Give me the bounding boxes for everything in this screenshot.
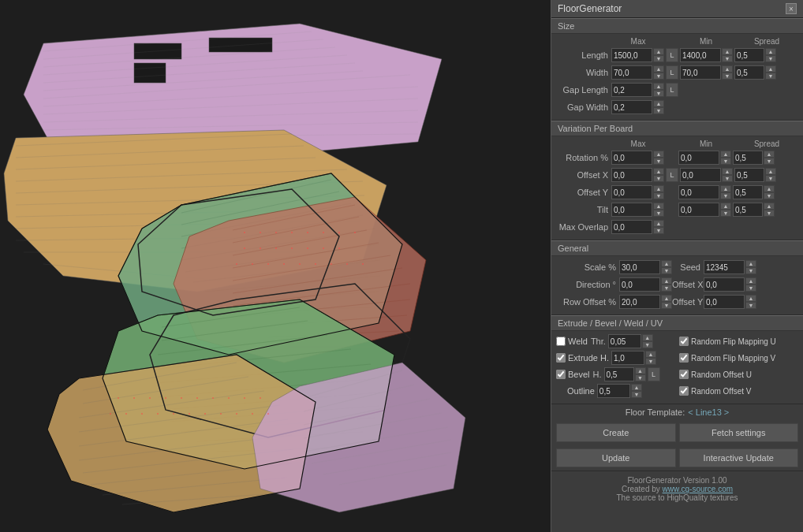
variation-rotation-max[interactable] <box>611 151 652 165</box>
size-width-spread-input[interactable] <box>734 65 764 80</box>
general-row-offset-input[interactable] <box>619 295 660 309</box>
panel-scroll[interactable]: Size Max Min Spread Length ▲▼ <box>551 18 803 532</box>
svg-point-125 <box>141 413 143 415</box>
random-offset-u-checkbox[interactable] <box>679 370 689 379</box>
svg-point-124 <box>125 413 127 415</box>
svg-point-91 <box>275 232 277 233</box>
extrude-label: Extrude H. <box>568 353 609 363</box>
size-gap-length-up[interactable]: ▲ <box>653 83 664 90</box>
svg-point-102 <box>323 247 324 249</box>
variation-tilt-min[interactable] <box>678 203 719 217</box>
svg-point-132 <box>252 413 253 415</box>
size-width-spread-up[interactable]: ▲ <box>765 65 776 73</box>
general-direction-input[interactable] <box>619 277 660 292</box>
size-length-spread-down[interactable]: ▼ <box>765 55 776 62</box>
size-length-row: Length ▲▼ L ▲▼ ▲▼ <box>556 47 798 63</box>
extrude-checkbox[interactable] <box>556 353 566 363</box>
size-width-label: Width <box>556 68 611 77</box>
outline-val-input[interactable] <box>597 384 630 398</box>
svg-point-131 <box>236 413 237 415</box>
variation-rotation-spread[interactable] <box>733 151 763 165</box>
svg-point-95 <box>338 232 340 233</box>
size-gap-length-down[interactable]: ▼ <box>653 90 664 97</box>
svg-point-127 <box>173 413 174 415</box>
svg-rect-4 <box>134 63 166 83</box>
size-gap-lock[interactable]: L <box>666 83 678 97</box>
fetch-settings-button[interactable]: Fetch settings <box>679 423 799 442</box>
svg-point-106 <box>267 263 269 265</box>
general-section: General Scale % ▲▼ Seed ▲▼ Direction ° ▲… <box>551 240 803 315</box>
size-gap-length-input[interactable] <box>611 83 652 97</box>
size-width-spread-down[interactable]: ▼ <box>765 73 776 80</box>
size-width-min-down[interactable]: ▼ <box>722 73 733 80</box>
svg-point-111 <box>346 263 348 265</box>
size-length-max-down[interactable]: ▼ <box>653 55 664 62</box>
extrude-val-input[interactable] <box>611 351 644 365</box>
variation-offset-y-label: Offset Y <box>556 188 611 197</box>
random-flip-u-checkbox[interactable] <box>679 337 689 346</box>
panel-close-button[interactable]: × <box>786 3 797 14</box>
size-width-max-down[interactable]: ▼ <box>653 73 664 80</box>
template-link[interactable]: < Line13 > <box>688 407 729 417</box>
svg-point-103 <box>338 247 340 249</box>
random-flip-v-checkbox[interactable] <box>679 353 689 363</box>
size-length-lock[interactable]: L <box>666 48 678 62</box>
size-length-max-up[interactable]: ▲ <box>653 48 664 55</box>
general-direction-row: Direction ° ▲▼ Offset X ▲▼ <box>556 277 798 292</box>
size-width-max-input[interactable] <box>611 65 652 80</box>
variation-tilt-max[interactable] <box>611 203 652 217</box>
size-length-spread-input[interactable] <box>734 48 764 62</box>
size-gap-width-down[interactable]: ▼ <box>653 107 664 114</box>
svg-rect-3 <box>209 38 272 52</box>
general-offset-y-input[interactable] <box>704 295 745 309</box>
variation-col-spread: Spread <box>747 140 786 148</box>
size-length-spread-up[interactable]: ▲ <box>765 48 776 55</box>
create-button[interactable]: Create <box>556 423 676 442</box>
svg-point-105 <box>252 263 253 265</box>
bevel-checkbox[interactable] <box>556 370 566 379</box>
general-offset-x-input[interactable] <box>704 277 745 292</box>
variation-offset-y-max[interactable] <box>611 185 652 199</box>
general-seed-input[interactable] <box>704 260 745 274</box>
general-row-offset-label: Row Offset % <box>556 297 619 307</box>
size-gap-width-up[interactable]: ▲ <box>653 100 664 107</box>
weld-checkbox[interactable] <box>556 337 566 346</box>
variation-offset-x-max[interactable] <box>611 168 652 182</box>
size-gap-width-input[interactable] <box>611 100 652 114</box>
variation-max-overlap-input[interactable] <box>611 220 652 234</box>
size-col-max: Max <box>611 37 665 46</box>
svg-point-116 <box>165 397 166 399</box>
size-width-min-up[interactable]: ▲ <box>722 65 733 73</box>
weld-thr-input[interactable] <box>608 334 641 348</box>
size-length-min-input[interactable] <box>680 48 721 62</box>
svg-point-133 <box>267 413 269 415</box>
interactive-update-button[interactable]: Interactive Update <box>679 448 799 467</box>
random-offset-v-checkbox[interactable] <box>679 386 689 396</box>
variation-rotation-min[interactable] <box>678 151 719 165</box>
svg-point-98 <box>260 247 261 249</box>
update-button[interactable]: Update <box>556 448 676 467</box>
size-width-max-up[interactable]: ▲ <box>653 65 664 73</box>
size-width-row: Width ▲▼ L ▲▼ ▲▼ <box>556 65 798 80</box>
bevel-val-input[interactable] <box>604 367 634 381</box>
variation-offset-x-spread[interactable] <box>734 168 764 182</box>
general-scale-input[interactable] <box>619 260 660 274</box>
variation-offset-x-min[interactable] <box>680 168 721 182</box>
variation-tilt-spread[interactable] <box>733 203 763 217</box>
variation-offset-y-spread[interactable] <box>733 185 763 199</box>
size-width-spread-wrap: ▲▼ <box>734 65 776 80</box>
footer-website-link[interactable]: www.cg-source.com <box>663 485 733 493</box>
size-width-min-input[interactable] <box>680 65 721 80</box>
size-length-min-down[interactable]: ▼ <box>722 55 733 62</box>
variation-max-overlap-label: Max Overlap <box>556 222 611 232</box>
size-length-max-input[interactable] <box>611 48 652 62</box>
variation-offset-lock[interactable]: L <box>666 168 678 182</box>
size-width-lock[interactable]: L <box>666 65 678 80</box>
variation-offset-y-min[interactable] <box>678 185 719 199</box>
bevel-lock[interactable]: L <box>648 367 660 381</box>
weld-thr-label: Thr. <box>591 337 606 346</box>
size-gap-width-wrap: ▲▼ <box>611 100 664 114</box>
outline-label: Outline <box>567 386 595 396</box>
footer-version: FloorGenerator Version 1.00 <box>556 476 798 485</box>
size-length-min-up[interactable]: ▲ <box>722 48 733 55</box>
